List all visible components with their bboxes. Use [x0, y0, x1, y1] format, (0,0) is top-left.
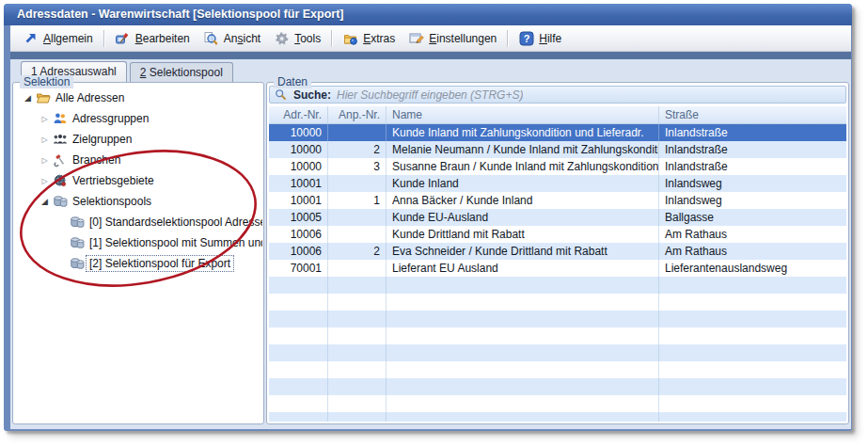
cell-anp-nr [328, 226, 387, 243]
cell-strasse [659, 344, 846, 361]
cell-name: Kunde Inland mit Zahlungskondition und L… [387, 124, 659, 141]
database-icon [68, 256, 86, 271]
cell-name [387, 327, 659, 344]
tree-item-alle-adressen[interactable]: ◢Alle Adressen [14, 88, 262, 108]
table-row[interactable]: 10000Kunde Inland mit Zahlungskondition … [269, 124, 846, 141]
table-row[interactable]: 10005Kunde EU-AuslandBallgasse [269, 209, 846, 226]
search-input[interactable]: Suche: Hier Suchbegriff eingeben (STRG+S… [269, 86, 846, 104]
cell-name: Kunde Inland [387, 175, 659, 192]
cell-name [387, 378, 659, 395]
column-header-3[interactable]: Straße [659, 106, 846, 123]
gear-icon [274, 31, 290, 46]
folder-open-icon [34, 90, 52, 105]
cell-anp-nr: 3 [328, 158, 387, 175]
column-header-0[interactable]: Adr.-Nr. [269, 106, 328, 123]
tree-expand-marker[interactable]: ▷ [39, 177, 51, 185]
tree-item-branchen[interactable]: ▷Branchen [14, 150, 262, 170]
tree-item-0-standardselektionspool-adressen[interactable]: [0] Standardselektionspool Adressen [14, 212, 262, 232]
tab-selektionspool[interactable]: 2 Selektionspool [130, 62, 233, 82]
menu-separator [507, 30, 508, 47]
table-row-empty [269, 311, 846, 327]
cell-adr-nr [269, 344, 328, 361]
table-row-empty [269, 412, 846, 422]
tree-item-label: Vertriebsgebiete [69, 172, 158, 189]
cell-adr-nr: 10005 [269, 209, 328, 226]
cell-adr-nr: 10006 [269, 243, 328, 260]
menu-item-einstellungen[interactable]: Einstellungen [402, 28, 503, 49]
cell-strasse: Inlandstraße [659, 158, 846, 175]
arrow-icon [23, 31, 39, 46]
cell-name [387, 294, 659, 311]
cell-strasse: Am Rathaus [659, 243, 846, 260]
column-header-2[interactable]: Name [387, 106, 659, 123]
menu-separator [103, 30, 104, 47]
cell-anp-nr [328, 209, 387, 226]
cell-name [387, 277, 659, 294]
svg-text:?: ? [523, 33, 529, 44]
cell-strasse: Ballgasse [659, 209, 846, 226]
cell-strasse: Am Rathaus [659, 226, 846, 243]
menu-item-bearbeiten[interactable]: Bearbeiten [108, 28, 197, 49]
tree-expand-marker[interactable]: ▷ [39, 115, 51, 123]
cell-name: Eva Schneider / Kunde Drittland mit Raba… [387, 243, 659, 260]
database-icon [68, 235, 86, 250]
cell-adr-nr [269, 412, 328, 422]
menu-separator-band [10, 52, 851, 59]
sales-regions-icon [51, 173, 69, 188]
menu-item-label: Hilfe [539, 32, 561, 45]
table-row[interactable]: 10001Kunde InlandInlandsweg [269, 175, 846, 192]
title-bar[interactable]: Adressdaten - Warenwirtschaft [Selektion… [4, 4, 852, 25]
tree-item-selektionspools[interactable]: ◢Selektionspools [14, 191, 262, 212]
target-groups-icon [51, 132, 69, 147]
menu-item-hilfe[interactable]: ?Hilfe [512, 28, 568, 49]
content-area: 1 Adressauswahl2 Selektionspool Selektio… [10, 59, 851, 429]
tree-expand-marker[interactable]: ◢ [22, 93, 34, 103]
tree-item-adressgruppen[interactable]: ▷Adressgruppen [14, 108, 262, 129]
cell-adr-nr: 10000 [269, 124, 328, 141]
cell-anp-nr [328, 260, 387, 277]
cell-strasse: Lieferantenauslandsweg [659, 260, 846, 277]
cell-adr-nr: 10006 [269, 226, 328, 243]
cell-adr-nr: 10000 [269, 158, 328, 175]
edit-icon [115, 31, 131, 46]
cell-name [387, 344, 659, 361]
table-row[interactable]: 70001Lieferant EU AuslandLieferantenausl… [269, 260, 846, 277]
cell-name: Kunde EU-Ausland [387, 209, 659, 226]
cell-anp-nr [328, 361, 387, 378]
cell-strasse: Inlandstraße [659, 124, 846, 141]
cell-name: Susanne Braun / Kunde Inland mit Zahlung… [387, 158, 659, 175]
search-label: Suche: [293, 88, 331, 102]
table-row[interactable]: 100002Melanie Neumann / Kunde Inland mit… [269, 141, 846, 158]
menu-item-label: Extras [363, 32, 395, 45]
cell-strasse [659, 311, 846, 327]
tree-item-vertriebsgebiete[interactable]: ▷Vertriebsgebiete [14, 170, 262, 191]
tree-expand-marker[interactable]: ◢ [39, 197, 51, 206]
menu-item-ansicht[interactable]: Ansicht [197, 28, 267, 49]
table-row-empty [269, 277, 846, 294]
menu-item-label: Tools [294, 32, 321, 45]
table-row[interactable]: 100011Anna Bäcker / Kunde InlandInlandsw… [269, 192, 846, 209]
table-row-empty [269, 344, 846, 361]
cell-anp-nr [328, 311, 387, 327]
column-header-1[interactable]: Anp.-Nr. [328, 106, 387, 123]
tree-item-2-selektionspool-für-export[interactable]: [2] Selektionspool für Export [14, 253, 262, 274]
table-header-row: Adr.-Nr.Anp.-Nr.NameStraße [269, 106, 846, 124]
table-row[interactable]: 10006Kunde Drittland mit RabattAm Rathau… [269, 226, 846, 243]
table-row[interactable]: 100003Susanne Braun / Kunde Inland mit Z… [269, 158, 846, 175]
menu-item-extras[interactable]: Extras [336, 28, 402, 49]
menu-item-allgemein[interactable]: Allgemein [16, 28, 100, 49]
tree-expand-marker[interactable]: ▷ [39, 156, 51, 165]
table-body: 10000Kunde Inland mit Zahlungskondition … [269, 124, 846, 422]
cell-adr-nr [269, 277, 328, 294]
table-row[interactable]: 100062Eva Schneider / Kunde Drittland mi… [269, 243, 846, 260]
tree-item-zielgruppen[interactable]: ▷Zielgruppen [14, 129, 262, 150]
tree-expand-marker[interactable]: ▷ [39, 136, 51, 144]
tree-item-label: Branchen [69, 152, 124, 168]
tree-item-1-selektionspool-mit-summen-und-grupp[interactable]: [1] Selektionspool mit Summen und Grupp [14, 232, 262, 253]
selektion-group-label: Selektion [20, 75, 73, 88]
cell-strasse [659, 277, 846, 294]
daten-group-label: Daten [274, 75, 311, 88]
cell-strasse [659, 361, 846, 378]
cell-strasse [659, 294, 846, 311]
menu-item-tools[interactable]: Tools [267, 28, 327, 49]
